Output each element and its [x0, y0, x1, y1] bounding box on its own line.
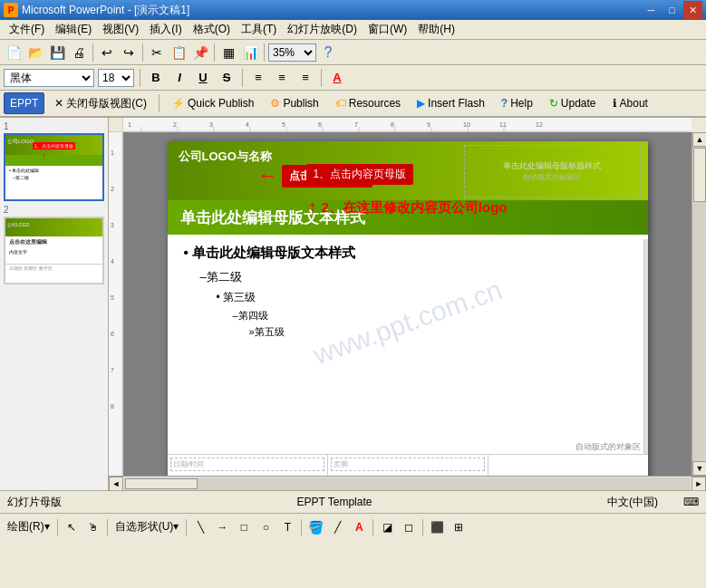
menu-help[interactable]: 帮助(H) [412, 20, 460, 39]
resources-button[interactable]: 🏷 Resources [329, 92, 407, 114]
align-left[interactable]: ≡ [248, 69, 268, 87]
strikethrough-button[interactable]: S [217, 69, 237, 87]
menu-insert[interactable]: 插入(I) [144, 20, 187, 39]
horizontal-scrollbar[interactable]: ◄ ► [109, 476, 706, 490]
quick-publish-icon: ⚡ [171, 97, 185, 110]
menu-window[interactable]: 窗口(W) [363, 20, 412, 39]
copy-button[interactable]: 📋 [169, 43, 189, 63]
autoshape-label[interactable]: 自选形状(U)▾ [111, 517, 183, 536]
sep4 [264, 43, 265, 62]
slide-canvas[interactable]: 公司LOGO与名称 单击此处编辑母版标题样式 自动版式的标题区 ← 点击内容页母… [168, 141, 648, 476]
insert-flash-button[interactable]: ▶ Insert Flash [411, 92, 491, 114]
line-color-tool[interactable]: ╱ [327, 517, 347, 537]
group-tool[interactable]: ⊞ [449, 517, 469, 537]
font-color-button[interactable]: A [327, 69, 347, 87]
eppt-label: EPPT [10, 97, 38, 110]
select-tool[interactable]: 🖱 [83, 517, 103, 537]
about-button[interactable]: ℹ About [606, 92, 654, 114]
scroll-track-v[interactable] [692, 147, 706, 461]
slide-thumb-1[interactable]: 1 公司LOGO • 单击此处编辑 –第二级 1、点击内容页母版 ↑ [4, 121, 104, 201]
menu-file[interactable]: 文件(F) [4, 20, 50, 39]
scroll-thumb-h[interactable] [125, 478, 198, 489]
help-plugin-button[interactable]: ? Help [495, 92, 539, 114]
undo-button[interactable]: ↩ [97, 43, 117, 63]
svg-text:1: 1 [128, 121, 131, 128]
window-controls[interactable]: ─ □ ✕ [642, 1, 702, 20]
vertical-scrollbar[interactable]: ▲ ▼ [691, 132, 706, 476]
font-color-tool[interactable]: A [349, 517, 369, 537]
zoom-select[interactable]: 35% 50% 75% 100% [268, 43, 316, 62]
shadow-tool[interactable]: ◪ [377, 517, 397, 537]
bold-button[interactable]: B [146, 69, 166, 87]
footer-footer: 页脚 页脚区 [328, 455, 488, 476]
insert-table[interactable]: ▦ [218, 43, 238, 63]
ellipse-tool[interactable]: ○ [256, 517, 276, 537]
sep7 [321, 69, 322, 87]
paste-button[interactable]: 📌 [190, 43, 210, 63]
menu-format[interactable]: 格式(O) [188, 20, 236, 39]
arrow-tool[interactable]: ↖ [62, 517, 82, 537]
save-button[interactable]: 💾 [47, 43, 67, 63]
publish-icon: ⚙ [270, 97, 280, 110]
draw-sep1 [57, 519, 58, 535]
italic-button[interactable]: I [169, 69, 189, 87]
align-tool[interactable]: ⬛ [427, 517, 447, 537]
ann1-label-box: 1、点击内容页母版 [306, 164, 414, 185]
scroll-left-button[interactable]: ◄ [109, 477, 123, 491]
standard-toolbar: 📄 📂 💾 🖨 ↩ ↪ ✂ 📋 📌 ▦ 📊 35% 50% 75% 100% ? [0, 40, 706, 65]
redo-button[interactable]: ↪ [119, 43, 139, 63]
open-button[interactable]: 📂 [25, 43, 45, 63]
window-title: Microsoft PowerPoint - [演示文稿1] [22, 3, 638, 18]
scroll-down-button[interactable]: ▼ [692, 461, 706, 476]
svg-text:8: 8 [391, 121, 394, 128]
menu-tools[interactable]: 工具(T) [236, 20, 282, 39]
underline-button[interactable]: U [193, 69, 213, 87]
scroll-track-h[interactable] [124, 477, 691, 490]
help-button[interactable]: ? [318, 43, 338, 63]
menu-slideshow[interactable]: 幻灯片放映(D) [282, 20, 363, 39]
menu-view[interactable]: 视图(V) [97, 20, 144, 39]
3d-tool[interactable]: ◻ [399, 517, 419, 537]
scroll-right-button[interactable]: ► [691, 477, 706, 491]
scroll-up-button[interactable]: ▲ [692, 132, 706, 147]
ruler-corner-right [691, 118, 706, 132]
svg-text:3: 3 [209, 121, 213, 128]
update-button[interactable]: ↻ Update [543, 92, 603, 114]
svg-text:2: 2 [111, 186, 114, 192]
quick-publish-button[interactable]: ⚡ Quick Publish [165, 92, 260, 114]
svg-text:6: 6 [318, 121, 322, 128]
minimize-button[interactable]: ─ [642, 1, 661, 20]
new-button[interactable]: 📄 [4, 43, 24, 63]
app-icon: P [4, 3, 18, 17]
slide-thumb-2[interactable]: 2 公司LOGO 点击在这里编辑 内容文字 日期区 页脚区 数字区 [4, 205, 104, 284]
svg-text:7: 7 [354, 121, 358, 128]
font-size-select[interactable]: 18 [98, 69, 134, 87]
line-tool[interactable]: ╲ [190, 517, 210, 537]
textbox-tool[interactable]: T [277, 517, 297, 537]
menu-edit[interactable]: 编辑(E) [50, 20, 97, 39]
align-center[interactable]: ≡ [272, 69, 292, 87]
slide-footer: 日期/时间 日期区 页脚 页脚区 数字区 [168, 454, 648, 476]
arrow-draw-tool[interactable]: → [212, 517, 232, 537]
align-right[interactable]: ≡ [295, 69, 315, 87]
close-button[interactable]: ✕ [683, 1, 702, 20]
eppt-button[interactable]: EPPT [4, 92, 44, 114]
svg-text:9: 9 [427, 121, 430, 128]
publish-button[interactable]: ⚙ Publish [264, 92, 324, 114]
draw-label[interactable]: 绘图(R)▾ [4, 517, 53, 536]
font-family-select[interactable]: 黑体 [4, 69, 94, 87]
scroll-thumb-v[interactable] [693, 148, 706, 202]
rect-tool[interactable]: □ [234, 517, 254, 537]
maximize-button[interactable]: □ [662, 1, 682, 20]
cut-button[interactable]: ✂ [147, 43, 167, 63]
zoom-label: 35% 50% 75% 100% [268, 43, 316, 62]
annotation2-label: 2、在这里修改内容页公司logo [322, 199, 508, 217]
close-master-button[interactable]: ✕ 关闭母版视图(C) [48, 92, 153, 114]
print-button[interactable]: 🖨 [69, 43, 89, 63]
svg-text:2: 2 [173, 121, 177, 128]
svg-text:5: 5 [111, 294, 114, 301]
insert-chart[interactable]: 📊 [240, 43, 260, 63]
fill-color-tool[interactable]: 🪣 [305, 517, 325, 537]
ruler-horizontal: 1 2 3 4 5 6 7 8 [123, 118, 691, 132]
update-icon: ↻ [549, 97, 558, 110]
